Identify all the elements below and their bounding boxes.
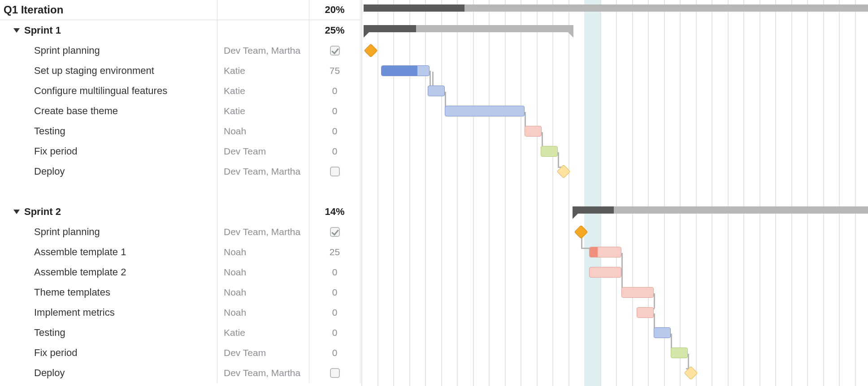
gantt-lane <box>360 363 868 383</box>
summary-bar-sprint-1[interactable] <box>360 21 868 41</box>
gantt-lane <box>360 303 868 323</box>
gantt-bar[interactable] <box>381 65 430 76</box>
gantt-chart[interactable] <box>360 0 868 386</box>
gantt-bar[interactable] <box>671 347 688 358</box>
task-row[interactable]: Fix period Dev Team 0 <box>0 141 360 161</box>
gantt-bar[interactable] <box>589 267 621 278</box>
gantt-bar[interactable] <box>637 307 654 318</box>
gantt-lane <box>360 323 868 343</box>
task-row[interactable]: Testing Noah 0 <box>0 121 360 141</box>
group-name: Sprint 1 <box>0 20 217 40</box>
task-row[interactable]: Testing Katie 0 <box>0 322 360 343</box>
task-row[interactable]: Deploy Dev Team, Martha <box>0 363 360 383</box>
chevron-down-icon[interactable] <box>13 210 20 214</box>
group-progress: 14% <box>309 202 360 222</box>
group-name: Sprint 2 <box>0 202 217 222</box>
gantt-lane <box>360 283 868 303</box>
checkbox-checked-icon[interactable] <box>330 46 340 56</box>
gantt-lane <box>360 142 868 162</box>
task-row[interactable]: Set up staging environment Katie 75 <box>0 60 360 81</box>
task-row[interactable]: Sprint planning Dev Team, Martha <box>0 40 360 60</box>
task-row[interactable]: Fix period Dev Team 0 <box>0 343 360 363</box>
project-name: Q1 Iteration <box>0 0 217 20</box>
chevron-down-icon[interactable] <box>13 28 20 33</box>
checkbox-icon[interactable] <box>330 167 340 176</box>
task-table: Q1 Iteration 20% Sprint 1 25% Sprint pla… <box>0 0 360 386</box>
task-row[interactable]: Implement metrics Noah 0 <box>0 302 360 322</box>
gantt-lane <box>360 41 868 61</box>
task-row[interactable]: Create base theme Katie 0 <box>0 101 360 121</box>
gantt-bar[interactable] <box>428 86 445 96</box>
summary-bar-sprint-2[interactable] <box>360 202 868 222</box>
task-row[interactable]: Sprint planning Dev Team, Martha <box>0 222 360 242</box>
gantt-lane <box>360 81 868 101</box>
group-row-sprint-2[interactable]: Sprint 2 14% <box>0 202 360 222</box>
spacer <box>0 181 360 202</box>
gantt-bar[interactable] <box>445 106 525 116</box>
gantt-lane <box>360 343 868 363</box>
gantt-lane <box>360 242 868 262</box>
gantt-bar[interactable] <box>621 287 654 298</box>
task-row[interactable]: Deploy Dev Team, Martha <box>0 161 360 181</box>
summary-bar-project[interactable] <box>360 0 868 20</box>
task-row[interactable]: Theme templates Noah 0 <box>0 282 360 302</box>
project-row[interactable]: Q1 Iteration 20% <box>0 0 360 20</box>
project-progress: 20% <box>309 0 360 20</box>
project-assignee <box>217 0 309 20</box>
group-label: Sprint 1 <box>24 25 61 36</box>
gantt-bar[interactable] <box>541 146 558 157</box>
gantt-bar[interactable] <box>589 247 621 257</box>
gantt-bar[interactable] <box>525 126 542 137</box>
milestone-done-icon[interactable] <box>364 43 378 57</box>
gantt-app: Q1 Iteration 20% Sprint 1 25% Sprint pla… <box>0 0 868 386</box>
checkbox-checked-icon[interactable] <box>330 227 340 237</box>
task-row[interactable]: Assemble template 1 Noah 25 <box>0 242 360 262</box>
gantt-lane <box>360 121 868 142</box>
checkbox-icon[interactable] <box>330 368 340 378</box>
gantt-lane <box>360 262 868 283</box>
task-row[interactable]: Assemble template 2 Noah 0 <box>0 262 360 282</box>
group-progress: 25% <box>309 20 360 40</box>
group-label: Sprint 2 <box>24 206 61 218</box>
gantt-lane <box>360 101 868 121</box>
milestone-done-icon[interactable] <box>574 225 588 239</box>
gantt-bar[interactable] <box>654 327 671 338</box>
gantt-lane <box>360 162 868 182</box>
gantt-lane <box>360 61 868 81</box>
group-row-sprint-1[interactable]: Sprint 1 25% <box>0 20 360 40</box>
task-row[interactable]: Configure multilingual features Katie 0 <box>0 81 360 101</box>
gantt-lane <box>360 222 868 242</box>
